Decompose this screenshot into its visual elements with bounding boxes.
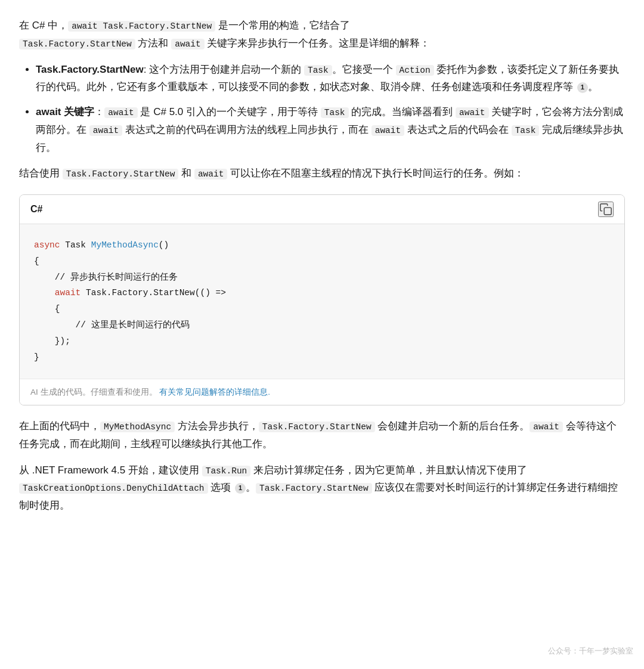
bullet2-code4: await — [89, 125, 123, 136]
bullet2-text3: 的完成。当编译器看到 — [349, 106, 456, 117]
post-code-paragraph-2: 从 .NET Framework 4.5 开始，建议使用 Task.Run 来启… — [19, 462, 625, 515]
post-p2-text1: 从 .NET Framework 4.5 开始，建议使用 — [19, 464, 202, 476]
bullet1-code2: Action — [396, 65, 434, 76]
bullet2-text6: 表达式之后的代码会在 — [404, 124, 511, 135]
ai-generated-text: AI 生成的代码。仔细查看和使用。 — [30, 388, 157, 397]
bullet2-text5: 表达式之前的代码在调用方法的线程上同步执行，而在 — [122, 124, 371, 135]
intro-paragraph-1: 在 C# 中，await Task.Factory.StartNew 是一个常用… — [19, 17, 625, 52]
post-p2-text3: 选项 — [208, 482, 234, 493]
post-p2-code3: Task.Factory.StartNew — [256, 483, 372, 494]
summary-paragraph: 结合使用 Task.Factory.StartNew 和 await 可以让你在… — [19, 165, 625, 182]
summary-code2: await — [194, 169, 228, 179]
code-pre: async Task MyMethodAsync() { // 异步执行长时间运… — [34, 237, 610, 366]
faq-link[interactable]: 有关常见问题解答的详细信息. — [159, 388, 270, 397]
bullet2-code6: Task — [512, 125, 540, 136]
bullet2-code5: await — [371, 125, 405, 136]
bullet-item-2: await 关键字：await 是 C# 5.0 引入的一个关键字，用于等待 T… — [36, 103, 625, 156]
bullet2-code1: await — [104, 107, 138, 118]
post-p1-code1: MyMethodAsync — [100, 422, 175, 432]
code-lang-label: C# — [30, 201, 42, 218]
summary-text3: 可以让你在不阻塞主线程的情况下执行长时间运行的任务。例如： — [227, 168, 524, 179]
bullet2-term: await 关键字 — [36, 106, 94, 117]
post-p2-code2: TaskCreationOptions.DenyChildAttach — [19, 483, 208, 494]
bullet1-code1: Task — [304, 65, 332, 76]
bullet2-text2: 是 C# 5.0 引入的一个关键字，用于等待 — [138, 106, 321, 117]
copy-code-button[interactable] — [598, 202, 614, 217]
post-p1-code2: Task.Factory.StartNew — [259, 422, 375, 432]
bullet-item-1: Task.Factory.StartNew: 这个方法用于创建并启动一个新的 T… — [36, 61, 625, 97]
intro-code-1: await Task.Factory.StartNew — [68, 21, 215, 32]
intro-code-2: Task.Factory.StartNew — [19, 39, 135, 49]
code-block-body: async Task MyMethodAsync() { // 异步执行长时间运… — [20, 224, 624, 379]
bullet1-text2: 。它接受一个 — [332, 64, 396, 75]
post-code-paragraph-1: 在上面的代码中，MyMethodAsync 方法会异步执行，Task.Facto… — [19, 417, 625, 453]
post-p1-text3: 会创建并启动一个新的后台任务。 — [375, 420, 530, 432]
bullet2-code2: Task — [321, 107, 349, 118]
summary-text2: 和 — [178, 168, 194, 179]
bullet1-sup: 1 — [577, 82, 588, 93]
svg-rect-0 — [604, 207, 611, 215]
post-p2-code1: Task.Run — [202, 466, 251, 476]
intro-code-3: await — [171, 39, 205, 49]
intro-text-4: 关键字来异步执行一个任务。这里是详细的解释： — [205, 38, 431, 49]
bullet1-text4: 。 — [588, 81, 598, 92]
intro-text-2: 是一个常用的构造，它结合了 — [215, 20, 350, 31]
bullet2-code3: await — [456, 107, 489, 118]
post-p2-text2: 来启动计算绑定任务，因为它更简单，并且默认情况下使用了 — [250, 464, 527, 476]
bullet1-text1: : 这个方法用于创建并启动一个新的 — [144, 64, 304, 75]
code-block: C# async Task MyMethodAsync() { // 异步执行长… — [19, 194, 625, 405]
bullet1-term: Task.Factory.StartNew — [36, 64, 144, 75]
post-p1-text2: 方法会异步执行， — [175, 420, 259, 432]
post-p2-sup: 1 — [235, 483, 246, 494]
summary-code1: Task.Factory.StartNew — [63, 169, 179, 179]
post-p1-text1: 在上面的代码中， — [19, 420, 100, 432]
copy-icon — [599, 203, 612, 216]
intro-text-3: 方法和 — [135, 38, 171, 49]
feature-list: Task.Factory.StartNew: 这个方法用于创建并启动一个新的 T… — [36, 61, 625, 157]
post-p1-code3: await — [530, 422, 563, 432]
summary-text1: 结合使用 — [19, 168, 63, 179]
intro-text-1: 在 C# 中， — [19, 20, 68, 31]
code-footer: AI 生成的代码。仔细查看和使用。 有关常见问题解答的详细信息. — [20, 379, 624, 405]
code-block-header: C# — [20, 195, 624, 224]
post-p2-text4: 。 — [246, 482, 256, 493]
bullet2-text1: ： — [94, 106, 104, 117]
